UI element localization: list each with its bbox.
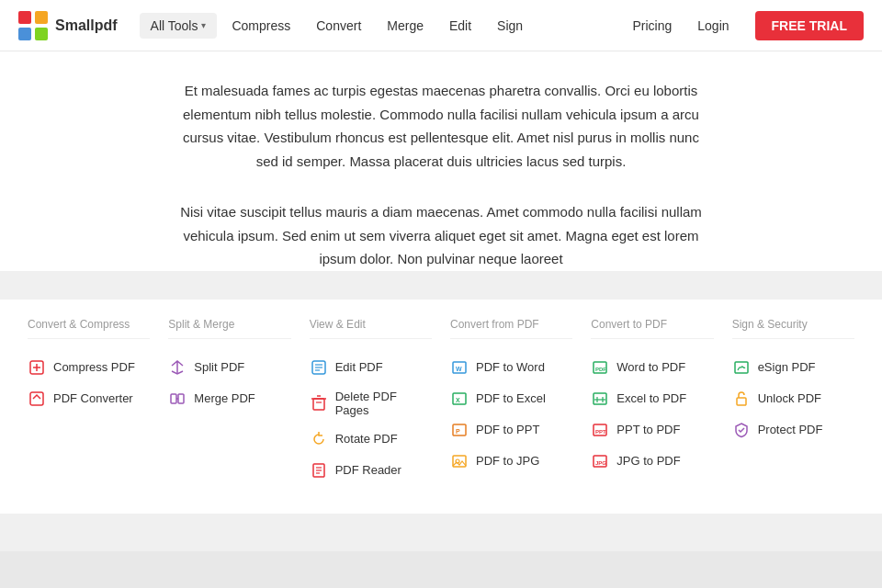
svg-text:P: P [456, 428, 460, 435]
split-pdf-icon [168, 358, 187, 377]
header: Smallpdf All Tools ▾ Compress Convert Me… [0, 0, 882, 51]
menu-unlock-pdf[interactable]: Unlock PDF [732, 383, 854, 414]
menu-merge-pdf[interactable]: Merge PDF [168, 383, 290, 414]
col-sign-security: Sign & Security eSign PDF Unlock PDF Pro… [723, 318, 864, 486]
rotate-pdf-icon [310, 430, 328, 448]
svg-rect-15 [313, 399, 324, 410]
menu-jpg-to-pdf[interactable]: JPG JPG to PDF [591, 446, 713, 477]
compress-pdf-label: Compress PDF [53, 360, 135, 374]
paragraph-1: Et malesuada fames ac turpis egestas mae… [175, 79, 707, 173]
col-convert-from-pdf: Convert from PDF W PDF to Word X PDF to … [441, 318, 582, 486]
protect-pdf-label: Protect PDF [758, 423, 823, 436]
pdf-reader-icon [310, 461, 328, 480]
svg-text:PPT: PPT [595, 429, 606, 435]
col-header-split-merge: Split & Merge [168, 318, 290, 339]
header-right: Pricing Login FREE TRIAL [632, 11, 864, 40]
protect-pdf-icon [732, 421, 751, 439]
menu-pdf-to-ppt[interactable]: P PDF to PPT [450, 414, 572, 446]
main-nav: All Tools ▾ Compress Convert Merge Edit … [140, 13, 633, 39]
ppt-to-pdf-label: PPT to PDF [616, 423, 680, 436]
esign-pdf-label: eSign PDF [758, 360, 816, 374]
nav-merge[interactable]: Merge [376, 13, 435, 39]
svg-text:W: W [456, 366, 462, 372]
col-split-merge: Split & Merge Split PDF Merge PDF [159, 318, 300, 486]
pricing-link[interactable]: Pricing [632, 18, 672, 33]
col-header-convert-to-pdf: Convert to PDF [591, 318, 713, 339]
merge-pdf-icon [168, 390, 187, 408]
pdf-to-jpg-icon [450, 452, 469, 470]
pdf-to-word-icon: W [450, 358, 469, 377]
main-content: Et malesuada fames ac turpis egestas mae… [0, 51, 882, 271]
dropdown-columns: Convert & Compress Compress PDF PDF Conv… [0, 318, 882, 486]
logo-icon [18, 11, 48, 40]
ppt-to-pdf-icon: PPT [591, 421, 609, 439]
nav-sign[interactable]: Sign [486, 13, 534, 39]
pdf-reader-label: PDF Reader [335, 463, 401, 477]
menu-edit-pdf[interactable]: Edit PDF [310, 352, 432, 383]
edit-pdf-label: Edit PDF [335, 360, 383, 374]
pdf-to-excel-icon: X [450, 390, 469, 408]
word-to-pdf-label: Word to PDF [616, 360, 685, 374]
pdf-converter-label: PDF Converter [53, 391, 133, 405]
menu-rotate-pdf[interactable]: Rotate PDF [310, 424, 432, 455]
delete-pdf-pages-icon [310, 394, 328, 413]
col-convert-compress: Convert & Compress Compress PDF PDF Conv… [18, 318, 159, 486]
nav-convert[interactable]: Convert [305, 13, 372, 39]
menu-pdf-to-word[interactable]: W PDF to Word [450, 352, 572, 383]
menu-split-pdf[interactable]: Split PDF [168, 352, 290, 383]
col-header-view-edit: View & Edit [310, 318, 432, 339]
pdf-to-excel-label: PDF to Excel [476, 391, 546, 405]
nav-compress[interactable]: Compress [220, 13, 301, 39]
pdf-to-ppt-icon: P [450, 421, 469, 439]
nav-all-tools[interactable]: All Tools ▾ [140, 13, 218, 39]
svg-text:PDF: PDF [595, 367, 606, 372]
menu-protect-pdf[interactable]: Protect PDF [732, 414, 854, 446]
merge-pdf-label: Merge PDF [194, 391, 254, 405]
menu-pdf-to-excel[interactable]: X PDF to Excel [450, 383, 572, 414]
rotate-pdf-label: Rotate PDF [335, 432, 398, 446]
dropdown-menu: Convert & Compress Compress PDF PDF Conv… [0, 299, 882, 514]
svg-rect-2 [18, 28, 31, 40]
menu-ppt-to-pdf[interactable]: PPT PPT to PDF [591, 414, 713, 446]
jpg-to-pdf-icon: JPG [591, 452, 609, 470]
pdf-to-jpg-label: PDF to JPG [476, 454, 539, 468]
esign-pdf-icon [732, 358, 751, 377]
text-block: Et malesuada fames ac turpis egestas mae… [175, 79, 707, 271]
logo[interactable]: Smallpdf [18, 11, 118, 40]
svg-rect-9 [178, 394, 184, 403]
jpg-to-pdf-label: JPG to PDF [616, 454, 680, 468]
menu-pdf-reader[interactable]: PDF Reader [310, 455, 432, 486]
split-pdf-label: Split PDF [194, 360, 244, 374]
svg-rect-32 [594, 393, 606, 404]
menu-pdf-to-jpg[interactable]: PDF to JPG [450, 446, 572, 477]
edit-pdf-icon [310, 358, 328, 377]
word-to-pdf-icon: PDF [591, 358, 609, 377]
menu-excel-to-pdf[interactable]: Excel to PDF [591, 383, 713, 414]
footer-bar [0, 551, 882, 588]
chevron-down-icon: ▾ [201, 20, 206, 30]
pdf-converter-icon [28, 390, 46, 408]
unlock-pdf-label: Unlock PDF [758, 391, 821, 405]
menu-pdf-converter[interactable]: PDF Converter [28, 383, 150, 414]
svg-text:JPG: JPG [595, 460, 606, 466]
menu-compress-pdf[interactable]: Compress PDF [28, 352, 150, 383]
menu-word-to-pdf[interactable]: PDF Word to PDF [591, 352, 713, 383]
col-view-edit: View & Edit Edit PDF Delete PDF Pages Ro… [300, 318, 441, 486]
svg-rect-1 [35, 11, 48, 24]
col-header-sign-security: Sign & Security [732, 318, 854, 339]
logo-text: Smallpdf [55, 17, 118, 34]
svg-rect-41 [737, 398, 746, 405]
menu-delete-pdf-pages[interactable]: Delete PDF Pages [310, 383, 432, 424]
pdf-to-word-label: PDF to Word [476, 360, 545, 374]
excel-to-pdf-icon [591, 390, 609, 408]
pdf-to-ppt-label: PDF to PPT [476, 423, 539, 436]
col-convert-to-pdf: Convert to PDF PDF Word to PDF Excel to … [582, 318, 722, 486]
svg-rect-8 [171, 394, 176, 403]
compress-pdf-icon [28, 358, 46, 377]
nav-edit[interactable]: Edit [438, 13, 482, 39]
menu-esign-pdf[interactable]: eSign PDF [732, 352, 854, 383]
free-trial-button[interactable]: FREE TRIAL [755, 11, 864, 40]
login-button[interactable]: Login [686, 13, 740, 39]
svg-rect-3 [35, 28, 48, 40]
col-header-convert-from-pdf: Convert from PDF [450, 318, 572, 339]
